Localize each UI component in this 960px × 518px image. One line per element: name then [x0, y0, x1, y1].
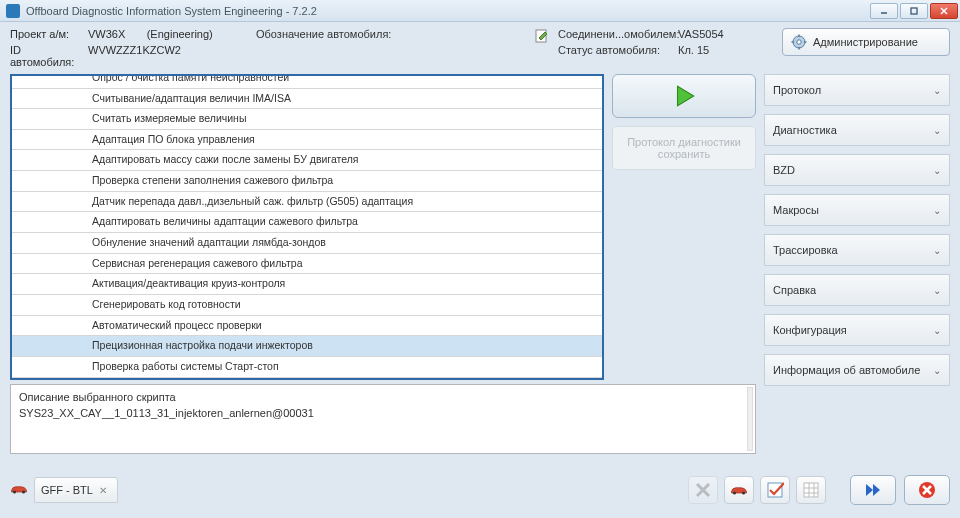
svg-point-16 [733, 492, 736, 495]
script-list-item[interactable]: Обнуление значений адаптации лямбда-зонд… [12, 233, 602, 254]
car-icon [10, 483, 28, 497]
accordion-label: Трассировка [773, 244, 838, 256]
vin-value: WVWZZZ1KZCW2 [88, 44, 248, 68]
window-title: Offboard Diagnostic Information System E… [26, 5, 870, 17]
script-list-item[interactable]: Автоматический процесс проверки [12, 316, 602, 337]
status-label: Статус автомобиля: [558, 44, 678, 56]
vehicle-edit-button[interactable] [534, 28, 550, 46]
chevron-down-icon: ⌄ [933, 285, 941, 296]
accordion-label: Конфигурация [773, 324, 847, 336]
tool-check-button[interactable] [760, 476, 790, 504]
project-label: Проект а/м: [10, 28, 88, 40]
tool-grid-button[interactable] [796, 476, 826, 504]
script-list-item[interactable]: Сгенерировать код готовности [12, 295, 602, 316]
accordion-item[interactable]: Протокол⌄ [764, 74, 950, 106]
header-panel: Проект а/м: VW36X (Engineering) ID автом… [0, 22, 960, 74]
accordion-label: Протокол [773, 84, 821, 96]
status-value: Кл. 15 [678, 44, 758, 56]
accordion-label: Макросы [773, 204, 819, 216]
project-mode: (Engineering) [147, 28, 213, 40]
chevron-down-icon: ⌄ [933, 125, 941, 136]
accordion-panel: Протокол⌄Диагностика⌄BZD⌄Макросы⌄Трассир… [764, 74, 950, 464]
window-titlebar: Offboard Diagnostic Information System E… [0, 0, 960, 22]
chevron-down-icon: ⌄ [933, 165, 941, 176]
tool-cancel-button [688, 476, 718, 504]
tool-vehicle-button[interactable] [724, 476, 754, 504]
accordion-item[interactable]: Конфигурация⌄ [764, 314, 950, 346]
script-list-item[interactable]: Активация/деактивация круиз-контроля [12, 274, 602, 295]
svg-point-13 [22, 491, 25, 494]
close-button[interactable] [930, 3, 958, 19]
maximize-button[interactable] [900, 3, 928, 19]
project-value: VW36X [88, 28, 125, 40]
accordion-label: Информация об автомобиле [773, 364, 920, 376]
svg-marker-24 [866, 484, 873, 496]
accordion-label: Диагностика [773, 124, 837, 136]
footer-tab-label: GFF - BTL [41, 484, 93, 496]
script-list-item[interactable]: Считать измеряемые величины [12, 109, 602, 130]
accordion-label: BZD [773, 164, 795, 176]
footer-tab[interactable]: GFF - BTL ✕ [34, 477, 118, 503]
administration-label: Администрирование [813, 36, 918, 48]
administration-button[interactable]: Администрирование [782, 28, 950, 56]
chevron-down-icon: ⌄ [933, 365, 941, 376]
forward-button[interactable] [850, 475, 896, 505]
connection-value: VAS5054 [678, 28, 758, 40]
chevron-down-icon: ⌄ [933, 325, 941, 336]
app-icon [6, 4, 20, 18]
description-scrollbar[interactable] [747, 387, 753, 451]
script-list-item[interactable]: Датчик перепада давл.,дизельный саж. фил… [12, 192, 602, 213]
svg-point-6 [797, 40, 801, 44]
script-list-item[interactable]: Считывание/адаптация величин IMA/ISA [12, 89, 602, 110]
script-list-item[interactable]: Прецизионная настройка подачи инжекторов [12, 336, 602, 357]
description-panel: Описание выбранного скрипта SYS23_XX_CAY… [10, 384, 756, 454]
script-list-item[interactable]: Адаптировать величины адаптации сажевого… [12, 212, 602, 233]
accordion-item[interactable]: Макросы⌄ [764, 194, 950, 226]
description-value: SYS23_XX_CAY__1_0113_31_injektoren_anler… [19, 407, 747, 419]
accordion-item[interactable]: Информация об автомобиле⌄ [764, 354, 950, 386]
script-list-item[interactable]: Проверка степени заполнения сажевого фил… [12, 171, 602, 192]
script-list-item[interactable]: Адаптировать массу сажи после замены БУ … [12, 150, 602, 171]
chevron-down-icon: ⌄ [933, 205, 941, 216]
svg-rect-1 [911, 8, 917, 14]
accordion-item[interactable]: Справка⌄ [764, 274, 950, 306]
svg-point-17 [742, 492, 745, 495]
run-button[interactable] [612, 74, 756, 118]
footer-bar: GFF - BTL ✕ [0, 470, 960, 510]
accordion-item[interactable]: Трассировка⌄ [764, 234, 950, 266]
svg-marker-11 [678, 86, 694, 106]
script-list-item[interactable]: Проверка работы системы Старт-стоп [12, 357, 602, 378]
script-list-item[interactable]: Опрос / очистка памяти неисправностей [12, 74, 602, 89]
vin-label: ID автомобиля: [10, 44, 88, 68]
gear-icon [791, 34, 807, 50]
script-list-item[interactable]: Сервисная регенерация сажевого фильтра [12, 254, 602, 275]
svg-point-12 [13, 491, 16, 494]
accordion-label: Справка [773, 284, 816, 296]
tab-close-icon[interactable]: ✕ [99, 485, 107, 496]
chevron-down-icon: ⌄ [933, 85, 941, 96]
accordion-item[interactable]: BZD⌄ [764, 154, 950, 186]
svg-rect-19 [804, 483, 818, 497]
svg-marker-25 [873, 484, 880, 496]
main-area: Проверка электрического топливного насос… [0, 74, 960, 470]
accordion-item[interactable]: Диагностика⌄ [764, 114, 950, 146]
save-protocol-button: Протокол диагностики сохранить [612, 126, 756, 170]
minimize-button[interactable] [870, 3, 898, 19]
script-list[interactable]: Проверка электрического топливного насос… [10, 74, 604, 380]
vehicle-designation-label: Обозначение автомобиля: [256, 28, 391, 40]
description-title: Описание выбранного скрипта [19, 391, 747, 403]
connection-label: Соединени...омобилем: [558, 28, 678, 40]
stop-button[interactable] [904, 475, 950, 505]
save-protocol-label: Протокол диагностики сохранить [617, 136, 751, 160]
chevron-down-icon: ⌄ [933, 245, 941, 256]
script-list-item[interactable]: Адаптация ПО блока управления [12, 130, 602, 151]
